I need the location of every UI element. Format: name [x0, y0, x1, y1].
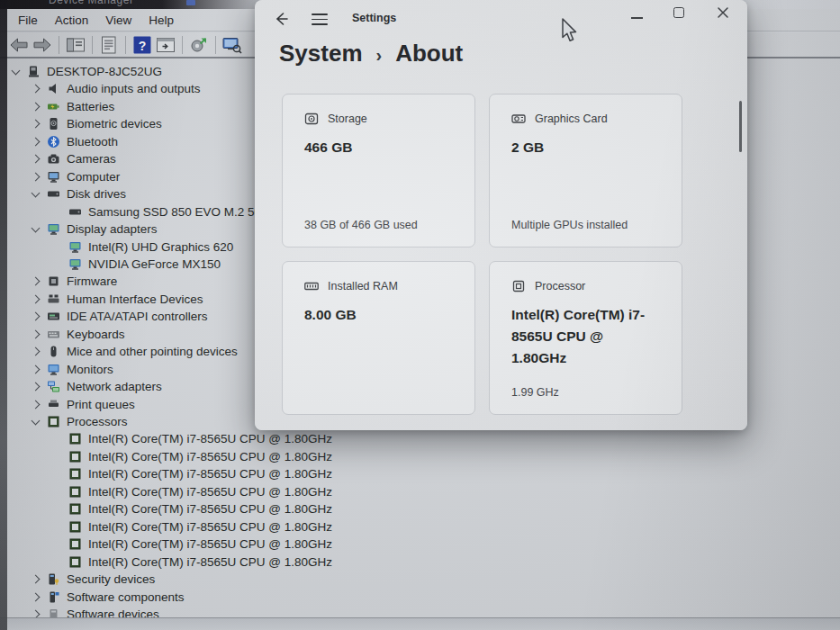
- graphics-card-icon: [511, 112, 526, 126]
- breadcrumb: System › About: [279, 40, 463, 68]
- titlebar-icon-fragment: [186, 0, 195, 5]
- settings-app-title: Settings: [352, 12, 396, 24]
- chevron-right-icon[interactable]: [32, 382, 41, 392]
- chevron-right-icon[interactable]: [32, 294, 41, 303]
- scrollbar-thumb[interactable]: [739, 101, 743, 152]
- software-component-icon: [47, 590, 60, 604]
- tree-item[interactable]: Intel(R) Core(TM) i7-8565U CPU @ 1.80GHz: [0, 430, 840, 448]
- tree-item[interactable]: Intel(R) Core(TM) i7-8565U CPU @ 1.80GHz: [0, 500, 840, 518]
- back-icon[interactable]: [7, 34, 31, 56]
- chevron-right-icon[interactable]: [32, 155, 41, 164]
- processor-icon: [68, 520, 82, 534]
- tree-item-label: IDE ATA/ATAPI controllers: [67, 310, 208, 323]
- toolbar-separator: [59, 36, 59, 54]
- maximize-button[interactable]: [673, 7, 684, 18]
- menu-action[interactable]: Action: [52, 12, 92, 29]
- card-value: 8.00 GB: [304, 304, 455, 326]
- photographed-screen: Device Manager FileActionViewHelp ? DESK…: [0, 0, 840, 630]
- tree-item[interactable]: Software devices: [0, 605, 840, 617]
- chevron-down-icon[interactable]: [32, 188, 41, 197]
- mouse-icon: [47, 345, 60, 358]
- about-cards: Storage 466 GB 38 GB of 466 GB used Grap…: [282, 94, 682, 415]
- tree-item-label: Intel(R) Core(TM) i7-8565U CPU @ 1.80GHz: [88, 450, 332, 464]
- chevron-right-icon[interactable]: [32, 400, 41, 409]
- properties-icon[interactable]: [97, 34, 121, 56]
- chevron-right-icon[interactable]: [32, 609, 41, 617]
- tree-item[interactable]: Software components: [0, 588, 840, 606]
- tree-item[interactable]: Intel(R) Core(TM) i7-8565U CPU @ 1.80GHz: [0, 536, 840, 554]
- show-window-icon[interactable]: [154, 34, 177, 56]
- tree-item[interactable]: Intel(R) Core(TM) i7-8565U CPU @ 1.80GHz: [0, 518, 840, 536]
- card-value: 466 GB: [304, 137, 455, 158]
- menu-view[interactable]: View: [103, 12, 134, 29]
- bluetooth-icon: [47, 135, 60, 148]
- hamburger-menu-icon[interactable]: [312, 14, 328, 25]
- card-value: 2 GB: [511, 137, 662, 158]
- keyboard-icon: [47, 328, 60, 341]
- chevron-right-icon[interactable]: [32, 102, 41, 111]
- scan-hardware-changes-icon[interactable]: [187, 34, 211, 56]
- chevron-right-icon[interactable]: [32, 312, 41, 321]
- mouse-cursor: [560, 18, 578, 43]
- chevron-down-icon[interactable]: [12, 66, 21, 75]
- display-adapter-icon: [68, 240, 82, 254]
- camera-icon: [47, 152, 60, 166]
- menu-help[interactable]: Help: [146, 12, 176, 29]
- card-footer: [304, 386, 455, 400]
- chevron-right-icon[interactable]: [32, 85, 41, 94]
- tree-item-label: Monitors: [67, 363, 113, 376]
- speaker-icon: [47, 82, 60, 95]
- tree-item-label: NVIDIA GeForce MX150: [88, 257, 221, 271]
- computer-monitor-icon: [47, 170, 60, 184]
- back-icon[interactable]: [272, 10, 290, 28]
- tree-item[interactable]: Intel(R) Core(TM) i7-8565U CPU @ 1.80GHz: [0, 482, 840, 500]
- chevron-right-icon[interactable]: [32, 329, 41, 338]
- tree-item-label: Intel(R) Core(TM) i7-8565U CPU @ 1.80GHz: [88, 467, 332, 481]
- chevron-right-icon[interactable]: [32, 364, 41, 374]
- tree-item-label: Security devices: [67, 572, 155, 586]
- forward-icon[interactable]: [31, 34, 54, 56]
- card-footer: Multiple GPUs installed: [511, 219, 662, 232]
- chevron-right-icon[interactable]: [32, 137, 41, 146]
- tree-item-label: DESKTOP-8JC52UG: [47, 65, 162, 78]
- screen-bottom-edge: [0, 617, 840, 630]
- chevron-right-icon[interactable]: [32, 575, 41, 584]
- tree-item[interactable]: Security devices: [0, 571, 840, 589]
- chevron-down-icon[interactable]: [32, 223, 41, 232]
- tree-item-label: Biometric devices: [67, 117, 162, 130]
- show-console-tree-icon[interactable]: [64, 34, 87, 56]
- chevron-right-icon[interactable]: [32, 592, 41, 601]
- card-title: Processor: [535, 280, 585, 292]
- processor-icon: [68, 555, 82, 569]
- display-adapter-icon: [47, 222, 60, 236]
- toolbar-separator: [125, 36, 126, 54]
- tree-item[interactable]: Intel(R) Core(TM) i7-8565U CPU @ 1.80GHz: [0, 447, 840, 465]
- menu-file[interactable]: File: [15, 12, 41, 29]
- chevron-right-icon[interactable]: [32, 120, 41, 129]
- breadcrumb-system[interactable]: System: [279, 40, 363, 68]
- close-button[interactable]: [717, 6, 729, 19]
- tree-item-label: Software devices: [67, 608, 159, 617]
- tree-item[interactable]: Intel(R) Core(TM) i7-8565U CPU @ 1.80GHz: [0, 465, 840, 483]
- chevron-down-icon[interactable]: [32, 416, 41, 425]
- processor-icon: [68, 432, 82, 446]
- display-adapter-icon: [68, 257, 82, 271]
- tree-item[interactable]: Intel(R) Core(TM) i7-8565U CPU @ 1.80GHz: [0, 553, 840, 571]
- chevron-right-icon[interactable]: [32, 172, 41, 181]
- card-title: Installed RAM: [328, 280, 398, 292]
- tree-item-label: Audio inputs and outputs: [67, 82, 201, 95]
- tree-item-label: Intel(R) Core(TM) i7-8565U CPU @ 1.80GHz: [88, 555, 332, 569]
- chevron-right-icon[interactable]: [32, 277, 41, 286]
- processor-icon: [68, 502, 82, 516]
- minimize-button[interactable]: [631, 17, 643, 19]
- tree-item-label: Batteries: [67, 100, 114, 113]
- help-icon[interactable]: ?: [131, 34, 154, 56]
- tree-item-label: Processors: [67, 415, 128, 428]
- tree-item-label: Computer: [67, 170, 120, 184]
- remote-computer-icon[interactable]: [221, 34, 244, 56]
- processor-icon: [47, 415, 60, 428]
- settings-window: Settings System › About Storage 466 GB 3…: [255, 0, 747, 430]
- tree-item-label: Intel(R) UHD Graphics 620: [88, 240, 233, 254]
- chevron-right-icon[interactable]: [32, 347, 41, 356]
- processor-card-icon: [511, 279, 526, 293]
